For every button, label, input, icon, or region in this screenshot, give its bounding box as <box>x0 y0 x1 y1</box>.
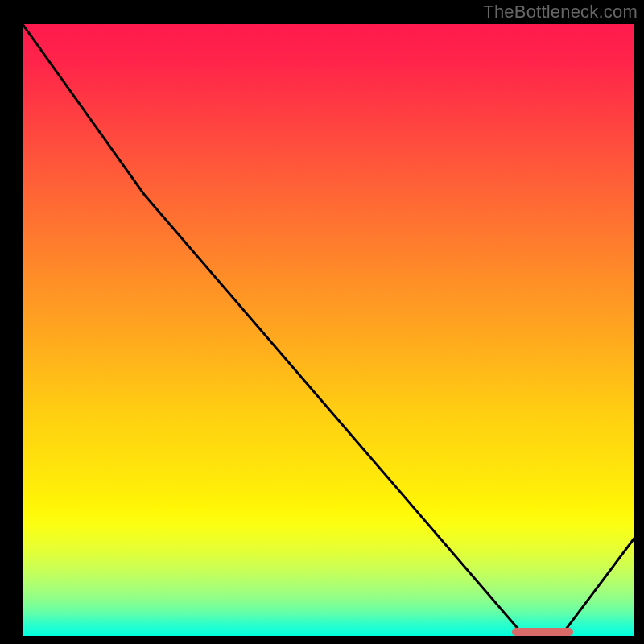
bottleneck-curve <box>23 24 634 636</box>
chart-plot-area <box>23 24 634 636</box>
attribution-text: TheBottleneck.com <box>483 2 638 23</box>
curve-path <box>23 24 634 636</box>
optimal-range-marker <box>512 628 573 636</box>
